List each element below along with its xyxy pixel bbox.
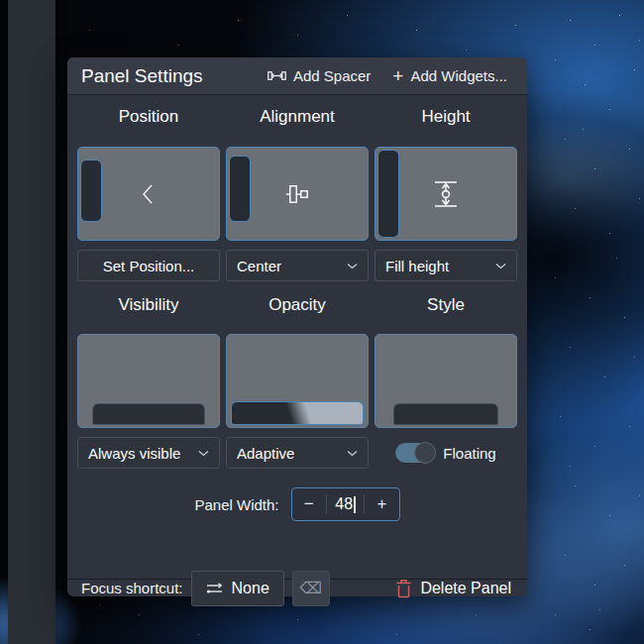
height-section-label: Height: [375, 107, 517, 131]
style-panel-thumb: [393, 403, 498, 425]
dialog-title: Panel Settings: [81, 65, 203, 87]
panel-settings-dialog: Panel Settings Add Spacer + Add Widgets.…: [67, 57, 527, 596]
alignment-value: Center: [237, 258, 281, 274]
desktop: Panel Settings Add Spacer + Add Widgets.…: [0, 0, 644, 644]
set-position-label: Set Position...: [103, 258, 195, 274]
panel-width-value: 48: [335, 495, 353, 513]
add-spacer-label: Add Spacer: [293, 67, 371, 84]
style-preview[interactable]: [375, 334, 517, 428]
opacity-preview[interactable]: [226, 334, 369, 428]
alignment-section-label: Alignment: [226, 107, 369, 131]
alignment-dropdown[interactable]: Center: [226, 250, 369, 281]
increment-button[interactable]: +: [365, 488, 398, 520]
shortcut-value: None: [232, 580, 269, 597]
visibility-dropdown[interactable]: Always visible: [77, 437, 220, 469]
panel-width-spinbox: − 48 +: [291, 487, 400, 521]
text-cursor: [354, 496, 356, 513]
alignment-preview[interactable]: [226, 147, 369, 241]
dialog-header: Panel Settings Add Spacer + Add Widgets.…: [67, 57, 527, 95]
dialog-body: Position Alignment Height: [67, 95, 527, 596]
panel-width-value-field[interactable]: 48: [327, 488, 365, 520]
add-spacer-button[interactable]: Add Spacer: [262, 63, 376, 88]
opacity-section-label: Opacity: [226, 295, 369, 319]
spacer-icon: [268, 69, 286, 82]
height-value: Fill height: [385, 258, 449, 274]
align-center-icon: [227, 148, 368, 240]
decrement-button[interactable]: −: [292, 488, 326, 520]
chevron-down-icon: [347, 263, 358, 269]
style-section-label: Style: [375, 295, 517, 319]
panel-width-row: Panel Width: − 48 +: [67, 487, 527, 521]
chevron-down-icon: [198, 450, 209, 457]
visibility-value: Always visible: [88, 445, 180, 462]
trash-icon: [395, 579, 412, 598]
shortcut-button[interactable]: None: [191, 571, 284, 606]
panel-width-label: Panel Width:: [194, 496, 278, 513]
opacity-panel-thumb: [231, 401, 364, 425]
opacity-value: Adaptive: [237, 445, 294, 462]
chevron-down-icon: [495, 263, 506, 269]
opacity-dropdown[interactable]: Adaptive: [226, 437, 369, 469]
add-widgets-label: Add Widgets...: [410, 67, 507, 84]
set-position-button[interactable]: Set Position...: [77, 250, 220, 281]
position-preview[interactable]: [77, 147, 220, 241]
floating-row: Floating: [375, 437, 517, 469]
backspace-icon: ⌫: [299, 579, 322, 597]
height-dropdown[interactable]: Fill height: [375, 250, 517, 281]
plus-icon: +: [392, 66, 403, 85]
floating-toggle[interactable]: [395, 443, 435, 463]
add-widgets-button[interactable]: + Add Widgets...: [386, 62, 513, 89]
delete-panel-label: Delete Panel: [420, 580, 511, 597]
fit-height-icon: [376, 148, 516, 240]
position-section-label: Position: [77, 107, 220, 131]
height-preview[interactable]: [375, 147, 517, 241]
clear-shortcut-button[interactable]: ⌫: [292, 571, 330, 606]
delete-panel-button[interactable]: Delete Panel: [393, 575, 513, 602]
shortcut-config-icon: [206, 582, 223, 595]
plasma-panel[interactable]: [8, 0, 55, 644]
visibility-section-label: Visibility: [77, 295, 220, 319]
toggle-knob-icon: [414, 442, 436, 464]
position-left-icon: [78, 148, 219, 240]
floating-label: Floating: [443, 445, 495, 462]
visibility-preview[interactable]: [77, 334, 220, 428]
chevron-down-icon: [347, 450, 358, 457]
focus-shortcut-label: Focus shortcut:: [81, 580, 183, 596]
visibility-panel-thumb: [92, 403, 205, 425]
dialog-footer: Focus shortcut: None ⌫: [67, 580, 527, 596]
